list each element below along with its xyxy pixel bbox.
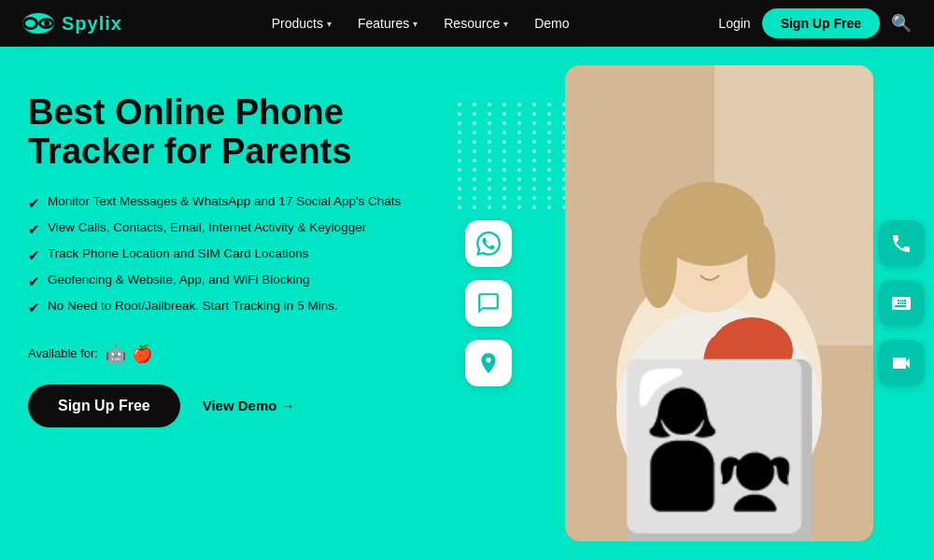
svg-point-7 <box>747 224 775 299</box>
floating-icons-left <box>465 220 512 386</box>
camera-float-icon <box>878 340 925 386</box>
os-icons: 🤖 🍎 <box>106 343 152 364</box>
svg-rect-13 <box>731 470 763 524</box>
hero-signup-button[interactable]: Sign Up Free <box>28 385 180 427</box>
svg-rect-12 <box>729 467 766 527</box>
floating-icons-right <box>878 220 925 386</box>
nav-resource-label: Resource <box>444 16 500 31</box>
check-icon: ✔ <box>28 273 40 290</box>
feature-text: Geofencing & Website, App, and WiFi Bloc… <box>48 273 309 287</box>
feature-text: No Need to Root/Jailbreak. Start Trackin… <box>48 299 338 313</box>
whatsapp-float-icon <box>465 220 512 267</box>
nav-links: Products ▾ Features ▾ Resource ▾ Demo <box>261 10 581 36</box>
hero-title: Best Online Phone Tracker for Parents <box>28 93 420 172</box>
chevron-down-icon: ▾ <box>327 19 332 29</box>
logo-text: Spylix <box>62 13 122 35</box>
logo-icon <box>22 13 54 34</box>
location-float-icon <box>465 340 512 386</box>
hero-photo <box>565 65 873 541</box>
signup-button[interactable]: Sign Up Free <box>762 8 880 38</box>
keyboard-float-icon <box>878 280 925 327</box>
svg-point-11 <box>702 336 730 411</box>
feature-text: Track Phone Location and SIM Card Locati… <box>48 246 308 260</box>
feature-list: ✔ Monitor Text Messages & WhatsApp and 1… <box>28 194 420 325</box>
view-demo-link[interactable]: View Demo → <box>203 398 295 413</box>
check-icon: ✔ <box>28 247 40 264</box>
feature-text: View Calls, Contacts, Email, Internet Ac… <box>48 220 366 234</box>
nav-features-label: Features <box>358 16 409 31</box>
feature-item: ✔ View Calls, Contacts, Email, Internet … <box>28 220 420 238</box>
hero-left: Best Online Phone Tracker for Parents ✔ … <box>0 47 448 560</box>
nav-products[interactable]: Products ▾ <box>261 10 343 36</box>
feature-item: ✔ Monitor Text Messages & WhatsApp and 1… <box>28 194 420 212</box>
search-icon[interactable]: 🔍 <box>891 13 912 34</box>
nav-resource[interactable]: Resource ▾ <box>432 10 519 36</box>
dot-pattern-inner <box>458 103 570 209</box>
available-for: Available for: 🤖 🍎 <box>28 343 420 364</box>
navbar: Spylix Products ▾ Features ▾ Resource ▾ … <box>0 0 934 47</box>
photo-bg <box>565 65 873 541</box>
nav-demo-label: Demo <box>534 16 569 31</box>
android-icon: 🤖 <box>106 343 126 364</box>
nav-features[interactable]: Features ▾ <box>347 10 429 36</box>
login-link[interactable]: Login <box>718 16 750 31</box>
nav-demo[interactable]: Demo <box>523 10 580 36</box>
apple-icon: 🍎 <box>132 343 152 364</box>
nav-products-label: Products <box>272 16 323 31</box>
feature-text: Monitor Text Messages & WhatsApp and 17 … <box>48 194 401 208</box>
nav-right: Login Sign Up Free 🔍 <box>718 8 912 38</box>
chevron-down-icon: ▾ <box>413 19 417 29</box>
feature-item: ✔ No Need to Root/Jailbreak. Start Track… <box>28 299 420 316</box>
hero-actions: Sign Up Free View Demo → <box>28 385 420 427</box>
chevron-down-icon: ▾ <box>503 19 508 29</box>
check-icon: ✔ <box>28 300 40 316</box>
hero-section: Best Online Phone Tracker for Parents ✔ … <box>0 47 934 560</box>
available-label: Available for: <box>28 346 98 360</box>
feature-item: ✔ Track Phone Location and SIM Card Loca… <box>28 246 420 264</box>
svg-point-8 <box>691 355 813 504</box>
logo[interactable]: Spylix <box>22 13 122 35</box>
phone-float-icon <box>878 220 925 267</box>
check-icon: ✔ <box>28 195 40 212</box>
svg-point-6 <box>640 215 677 308</box>
chat-float-icon <box>465 280 512 327</box>
check-icon: ✔ <box>28 221 40 238</box>
feature-item: ✔ Geofencing & Website, App, and WiFi Bl… <box>28 273 420 290</box>
